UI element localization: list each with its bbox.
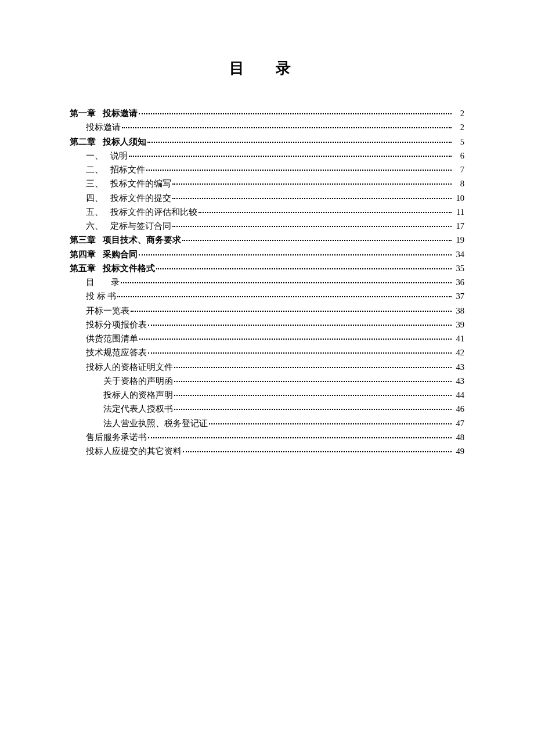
toc-entry-label: 售后服务承诺书 (86, 431, 147, 444)
toc-entry-label: 投 标 书 (86, 290, 116, 303)
toc-entry-text: 投标文件的提交 (110, 193, 171, 203)
toc-entry-prefix: 第二章 (70, 137, 96, 146)
toc-entry-text: 法定代表人授权书 (103, 404, 173, 413)
toc-entry-prefix: 三、 (86, 178, 110, 190)
toc-leader-dots (182, 235, 452, 243)
toc-entry-page: 37 (453, 290, 464, 303)
toc-entry-label: 第五章投标文件格式 (70, 262, 155, 275)
toc-entry-label: 法定代表人授权书 (103, 403, 173, 416)
toc-entry-label: 第二章投标人须知 (70, 136, 146, 149)
toc-entry-text: 投标人须知 (103, 137, 146, 146)
toc-entry-page: 43 (453, 375, 464, 388)
toc-entry-label: 技术规范应答表 (86, 347, 147, 359)
toc-entry: 第二章投标人须知5 (70, 136, 464, 149)
toc-entry-label: 第三章项目技术、商务要求 (70, 234, 181, 247)
toc-entry-page: 19 (453, 234, 464, 247)
toc-leader-dots (174, 375, 452, 384)
toc-entry-text: 定标与签订合同 (110, 221, 171, 231)
toc-entry-label: 投标人的资格证明文件 (86, 361, 173, 374)
toc-entry: 关于资格的声明函43 (70, 375, 464, 388)
toc-entry: 五、投标文件的评估和比较11 (70, 206, 464, 219)
toc-entry: 供货范围清单41 (70, 333, 464, 345)
toc-entry-prefix: 第三章 (70, 235, 96, 244)
toc-entry-prefix: 第四章 (70, 250, 96, 259)
toc-entry: 法人营业执照、税务登记证47 (70, 417, 464, 430)
toc-entry-text: 关于资格的声明函 (103, 376, 173, 386)
toc-entry-label: 四、投标文件的提交 (86, 192, 171, 205)
toc-entry: 投标人的资格声明44 (70, 389, 464, 402)
toc-entry-page: 17 (453, 220, 464, 233)
toc-entry-text: 投标文件格式 (103, 264, 155, 273)
toc-entry-prefix: 第五章 (70, 264, 96, 273)
toc-entry-text: 说明 (110, 151, 128, 160)
toc-entry-text: 投标邀请 (86, 123, 121, 132)
toc-leader-dots (146, 164, 452, 173)
toc-entry: 技术规范应答表42 (70, 347, 464, 359)
toc-entry: 第一章投标邀请2 (70, 107, 464, 120)
toc-entry-label: 投标人应提交的其它资料 (86, 445, 182, 458)
toc-entry-page: 44 (453, 389, 464, 402)
toc-leader-dots (172, 178, 452, 187)
toc-entry: 六、定标与签订合同17 (70, 220, 464, 233)
toc-entry-label: 二、招标文件 (86, 164, 145, 177)
toc-entry-text: 投标文件的评估和比较 (110, 207, 197, 217)
toc-entry-page: 39 (453, 319, 464, 332)
toc-entry-label: 第一章投标邀请 (70, 107, 138, 120)
toc-entry-text: 法人营业执照、税务登记证 (103, 419, 208, 428)
toc-leader-dots (174, 361, 452, 370)
toc-leader-dots (129, 150, 452, 159)
toc-leader-dots (183, 446, 452, 455)
toc-leader-dots (199, 206, 452, 215)
toc-entry-label: 三、投标文件的编写 (86, 178, 171, 190)
toc-entry-label: 一、说明 (86, 150, 128, 163)
toc-leader-dots (148, 431, 452, 440)
toc-leader-dots (147, 136, 452, 145)
toc-entry: 第四章采购合同34 (70, 249, 464, 261)
toc-entry-page: 48 (453, 431, 464, 444)
toc-entry-label: 供货范围清单 (86, 333, 138, 345)
toc-entry-text: 投标邀请 (103, 109, 138, 118)
toc-leader-dots (121, 277, 452, 286)
toc-leader-dots (139, 249, 452, 257)
toc-entry: 投标分项报价表39 (70, 319, 464, 332)
toc-entry-label: 投标分项报价表 (86, 319, 147, 332)
toc-entry: 投标人的资格证明文件43 (70, 361, 464, 374)
toc-entry-label: 目录 (86, 276, 120, 289)
toc-entry-text: 项目技术、商务要求 (103, 235, 181, 244)
toc-entry-text: 招标文件 (110, 165, 145, 174)
toc-entry: 投 标 书37 (70, 290, 464, 303)
toc-entry-page: 5 (453, 136, 464, 149)
toc-entry-prefix: 第一章 (70, 109, 96, 118)
toc-entry: 目录36 (70, 276, 464, 289)
toc-entry-page: 2 (453, 121, 464, 134)
toc-leader-dots (156, 262, 452, 271)
toc-leader-dots (174, 404, 452, 412)
toc-entry-page: 8 (453, 178, 464, 190)
page-title: 目 录 (70, 58, 464, 78)
toc-entry-text: 采购合同 (103, 250, 138, 259)
toc-entry-label: 投标邀请 (86, 121, 121, 134)
toc-entry: 法定代表人授权书46 (70, 403, 464, 416)
toc-entry-text: 开标一览表 (86, 306, 129, 315)
toc-entry: 售后服务承诺书48 (70, 431, 464, 444)
toc-leader-dots (131, 305, 452, 314)
toc-entry-label: 第四章采购合同 (70, 249, 138, 261)
toc-entry-prefix: 二、 (86, 164, 110, 177)
toc-leader-dots (122, 122, 452, 131)
toc-leader-dots (139, 108, 452, 117)
toc-entry-page: 43 (453, 361, 464, 374)
toc-leader-dots (148, 347, 452, 356)
toc-entry-page: 49 (453, 445, 464, 458)
toc-entry: 开标一览表38 (70, 305, 464, 318)
toc-entry-text: 投标人应提交的其它资料 (86, 447, 182, 456)
toc-entry-text: 投标文件的编写 (110, 179, 171, 188)
toc-entry-text: 投标分项报价表 (86, 320, 147, 329)
toc-entry-page: 38 (453, 305, 464, 318)
toc-leader-dots (209, 417, 452, 426)
toc-entry-page: 36 (453, 276, 464, 289)
toc-entry: 第三章项目技术、商务要求19 (70, 234, 464, 247)
toc-entry-prefix: 一、 (86, 150, 110, 163)
toc-entry-page: 42 (453, 347, 464, 359)
toc-entry-page: 6 (453, 150, 464, 163)
toc-entry: 四、投标文件的提交10 (70, 192, 464, 205)
